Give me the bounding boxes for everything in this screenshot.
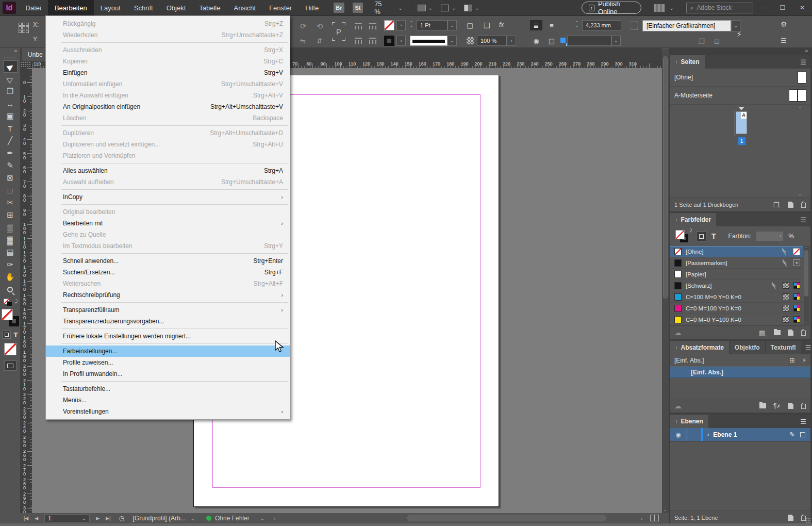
next-page-button[interactable]: ▶	[96, 516, 100, 521]
cc-libraries-icon[interactable]: ☁	[674, 328, 682, 337]
gear-icon[interactable]: ⚙	[781, 20, 787, 28]
menu-item[interactable]: Alles auswählenStrg+A	[46, 165, 290, 176]
first-page-button[interactable]: |◀	[24, 516, 28, 521]
type-tool[interactable]: T	[3, 122, 18, 135]
adobe-stock-search-input[interactable]: ⌕ Adobe Stock	[686, 3, 753, 13]
free-transform-tool[interactable]: ⊞	[3, 209, 18, 221]
publish-online-button[interactable]: ↑ Publish Online	[582, 2, 642, 14]
minimize-button[interactable]: ─	[753, 0, 773, 15]
object-style-dropdown[interactable]: [Einfacher Grafikrahmen]	[642, 20, 731, 31]
chevron-down-icon[interactable]: ⌄	[669, 5, 673, 11]
reference-point-grid[interactable]	[19, 23, 29, 33]
tab-seiten[interactable]: ↕Seiten	[670, 55, 705, 69]
panel-menu-icon[interactable]: ☰	[796, 213, 810, 226]
swatches-scrollbar-thumb[interactable]	[804, 250, 808, 297]
lock-cell[interactable]	[687, 428, 701, 441]
preflight-profile-dropdown[interactable]: [Grundprofil] (Arb... ⌄	[133, 515, 195, 522]
secondary-dropdown[interactable]	[567, 36, 611, 46]
flip-horizontal-icon[interactable]: ⇋	[300, 37, 306, 45]
preflight-gauge-icon[interactable]: ◷ˌ	[119, 515, 125, 522]
menu-item[interactable]: Farbeinstellungen...	[46, 346, 290, 357]
drop-shadow-icon[interactable]: ❑	[484, 21, 490, 29]
clear-overrides-icon[interactable]: ❐	[699, 38, 705, 45]
expand-arrow-icon[interactable]: ›	[707, 432, 709, 437]
menu-item[interactable]: EinfügenStrg+V	[46, 67, 290, 78]
scissors-tool[interactable]: ✂	[3, 196, 18, 209]
effects-fx-icon[interactable]: fxˌ	[499, 21, 505, 28]
menubar-item-schrift[interactable]: Schrift	[127, 0, 160, 15]
text-frame-options-icon[interactable]: P	[332, 22, 345, 41]
swatch-row[interactable]: [Schwarz]✎	[670, 280, 803, 291]
arrange-documents-dropdown[interactable]: ⌄	[464, 5, 479, 11]
stroke-weight-field[interactable]: 1 Pt	[417, 20, 448, 30]
text-wrap-object-button[interactable]: ◉	[530, 36, 542, 46]
page-number-dropdown[interactable]: 1 ⌄	[44, 514, 90, 522]
scroll-right-icon[interactable]: ›	[641, 516, 642, 521]
scroll-down-icon[interactable]: ⌄	[805, 320, 808, 324]
tab-absatzformate[interactable]: ↕Absatzformate	[670, 341, 729, 354]
flip-vertical-icon[interactable]: ⇵	[317, 37, 322, 45]
swatch-row[interactable]: C=0 M=100 Y=0 K=0	[670, 303, 803, 314]
fill-color-swatch[interactable]	[384, 20, 394, 30]
text-wrap-bounding-button[interactable]: ≡	[545, 20, 558, 30]
error-status-dropdown[interactable]: Ohne Fehler ⌄	[206, 515, 264, 522]
corner-radius-stepper[interactable]: ⌃⌄	[575, 21, 578, 27]
collapse-toolbar-icon[interactable]: »	[14, 48, 20, 55]
cc-libraries-icon[interactable]: ☁	[674, 402, 682, 410]
trash-icon[interactable]	[801, 330, 806, 336]
scroll-up-icon[interactable]: ⌃	[798, 106, 802, 111]
fill-proxy-none[interactable]	[2, 309, 13, 320]
page-1-thumbnail[interactable]: A	[736, 111, 747, 134]
new-color-group-icon[interactable]: ▦ˌ	[759, 329, 767, 337]
formatting-affects-text-button[interactable]: T	[14, 331, 18, 339]
menubar-item-bearbeiten[interactable]: Bearbeiten	[48, 0, 94, 15]
zoom-level-dropdown[interactable]: 75 % ⌄	[374, 0, 403, 15]
tab-ebenen[interactable]: ↕Ebenen	[670, 415, 708, 428]
swatch-row[interactable]: C=0 M=0 Y=100 K=0	[670, 314, 803, 325]
swatches-scrollbar[interactable]: ⌃ ⌄	[804, 246, 809, 325]
formatting-affects-container-button[interactable]	[3, 331, 11, 339]
scroll-left-icon[interactable]: ‹	[274, 516, 275, 521]
tab-textumfluss[interactable]: Textumfl	[765, 341, 801, 354]
content-collector-tool[interactable]: ▣	[3, 110, 18, 122]
gap-tool[interactable]: ↔	[3, 97, 18, 110]
close-button[interactable]: ✕	[792, 0, 812, 15]
style-override-icon[interactable]: ⊞	[790, 357, 795, 364]
panel-menu-icon[interactable]: ☰	[796, 55, 810, 69]
clear-overrides-icon[interactable]: ¶✗	[773, 402, 781, 409]
page-number-badge[interactable]: 1	[738, 137, 745, 145]
new-style-icon[interactable]	[788, 403, 793, 409]
text-wrap-jump-button[interactable]: ▤	[545, 36, 558, 46]
zoom-tool[interactable]	[3, 283, 18, 295]
gradient-feather-tool[interactable]: ▓	[3, 234, 18, 246]
workspace-switcher[interactable]	[654, 4, 665, 12]
vertical-ruler[interactable]: 0102030405060708090100110120130140150160…	[21, 68, 32, 513]
menubar-item-hilfe[interactable]: Hilfe	[299, 0, 325, 15]
menubar-item-layout[interactable]: Layout	[94, 0, 127, 15]
tab-farbfelder[interactable]: ↕Farbfelder	[670, 213, 716, 226]
trash-icon[interactable]	[801, 403, 806, 409]
corner-radius-field[interactable]: 4,233 mm	[582, 20, 621, 30]
stroke-color-arrow[interactable]: ›	[396, 36, 406, 46]
layer-row[interactable]: ◉ ›Ebene 1 ✎	[670, 428, 810, 441]
opacity-field[interactable]: 100 %	[477, 36, 507, 46]
master-none-row[interactable]: [Ohne]	[670, 69, 810, 87]
scroll-down-icon[interactable]: ⌄	[798, 192, 802, 196]
frame-tool[interactable]: ⊠	[3, 172, 18, 184]
page-size-icon[interactable]: ❐ˌ	[773, 201, 781, 209]
formatting-affects-container-button[interactable]	[696, 231, 706, 241]
ruler-corner[interactable]	[21, 61, 32, 68]
menu-item[interactable]: Frühere lokale Einstellungen werden migr…	[46, 331, 290, 342]
rectangle-tool[interactable]: □	[3, 184, 18, 196]
secondary-dropdown-arrow[interactable]: ⌄	[611, 36, 621, 46]
direct-selection-tool[interactable]: ▷	[3, 73, 18, 85]
menu-item[interactable]: Menüs...	[46, 395, 290, 406]
new-page-icon[interactable]	[788, 202, 793, 208]
menu-item[interactable]: Tastaturbefehle...	[46, 383, 290, 395]
stock-mini-button[interactable]: St	[353, 3, 363, 13]
vertical-scrollbar-thumb[interactable]	[663, 56, 668, 299]
rotate-cw-icon[interactable]: ⟳	[300, 22, 307, 31]
pencil-tool[interactable]: ✎	[3, 159, 18, 172]
document-tab[interactable]: Unbe	[22, 48, 49, 61]
scroll-down-icon[interactable]: ⌄	[663, 507, 667, 512]
